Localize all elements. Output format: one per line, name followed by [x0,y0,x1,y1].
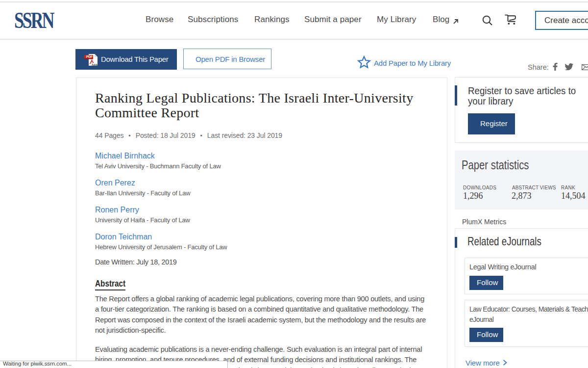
svg-text:PDF: PDF [86,55,93,58]
svg-text:Adobe: Adobe [92,64,98,66]
